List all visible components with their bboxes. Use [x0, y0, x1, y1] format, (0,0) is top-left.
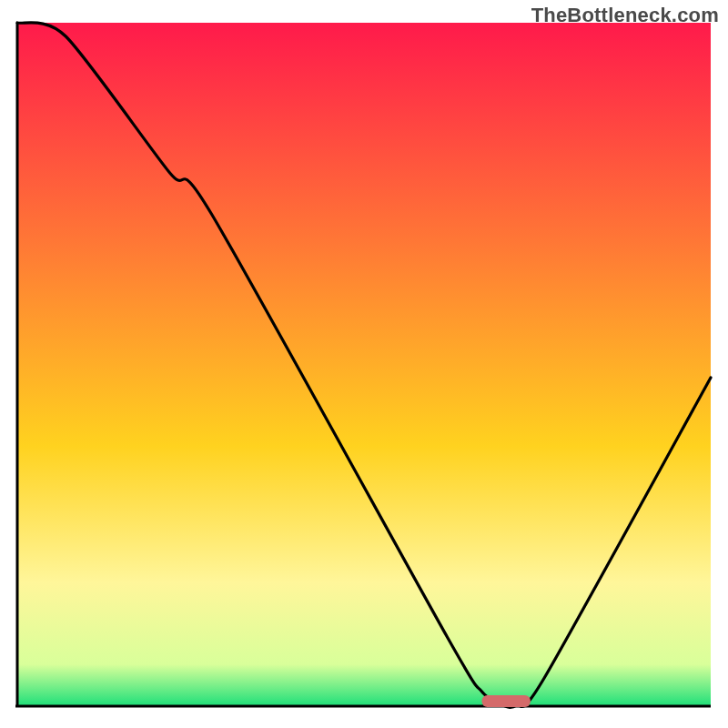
min-marker	[482, 695, 531, 707]
watermark-text: TheBottleneck.com	[531, 4, 719, 27]
chart-stage: TheBottleneck.com	[0, 0, 728, 728]
bottleneck-chart	[0, 0, 728, 728]
plot-background	[17, 23, 711, 705]
